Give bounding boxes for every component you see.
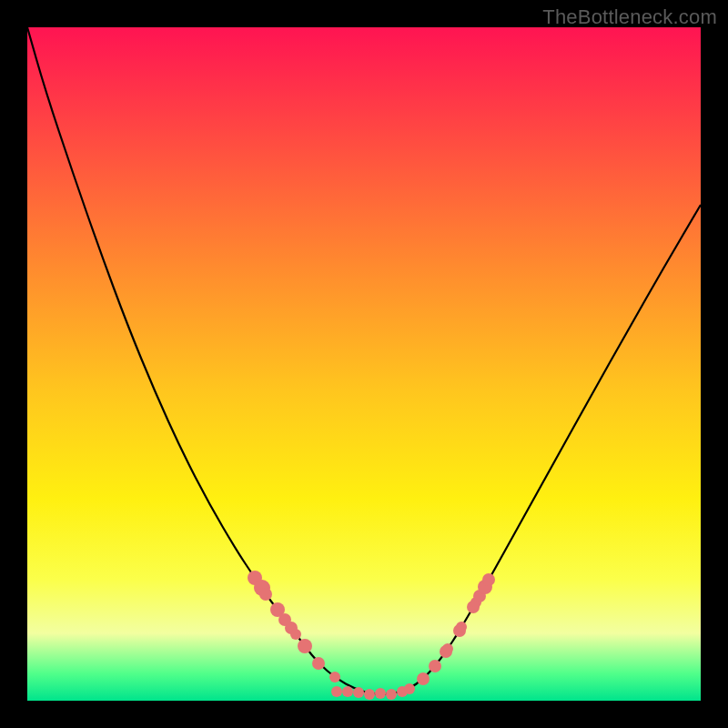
data-markers	[248, 571, 495, 700]
data-marker	[404, 683, 415, 694]
data-marker	[342, 686, 353, 697]
data-marker	[312, 657, 325, 670]
data-marker	[375, 688, 386, 699]
data-marker	[456, 622, 467, 632]
data-marker	[298, 639, 312, 653]
data-marker	[417, 672, 430, 685]
data-marker	[386, 689, 397, 700]
data-marker	[331, 686, 342, 697]
data-marker	[429, 660, 441, 672]
data-marker	[290, 629, 301, 640]
data-marker	[329, 672, 340, 682]
data-marker	[482, 573, 495, 586]
data-marker	[442, 643, 453, 654]
bottleneck-curve	[27, 27, 701, 694]
watermark-text: TheBottleneck.com	[542, 5, 717, 29]
data-marker	[364, 689, 375, 700]
data-marker	[353, 687, 364, 698]
data-marker	[259, 588, 272, 601]
chart-frame	[27, 27, 701, 701]
chart-svg	[27, 27, 701, 701]
